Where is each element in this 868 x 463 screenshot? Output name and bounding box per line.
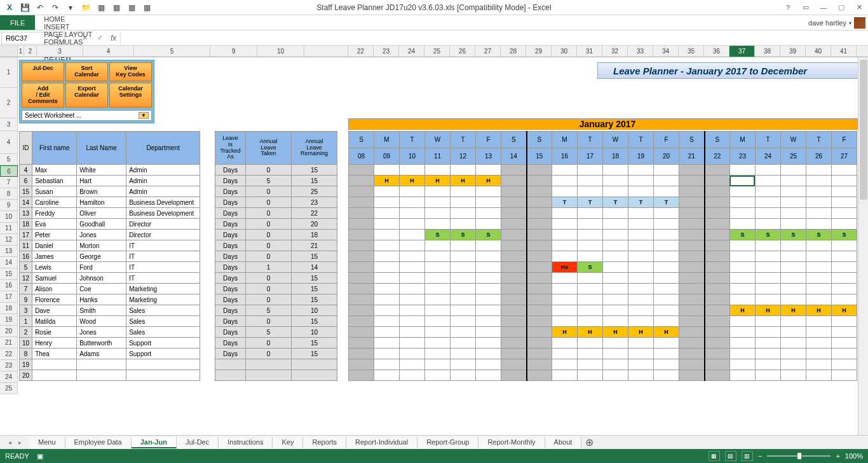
cell[interactable]: Admin	[126, 186, 200, 197]
cal-cell[interactable]	[476, 262, 501, 273]
cal-cell[interactable]	[425, 262, 451, 273]
qat-open-icon[interactable]: 📁	[79, 1, 93, 14]
fx-icon[interactable]: fx	[111, 34, 116, 43]
cal-cell[interactable]	[806, 251, 832, 262]
cell[interactable]: 0	[246, 230, 292, 240]
cal-cell[interactable]	[400, 294, 425, 305]
cal-cell[interactable]	[349, 165, 374, 176]
cal-cell[interactable]	[400, 197, 425, 208]
cell[interactable]: 2	[20, 327, 32, 338]
cal-cell[interactable]	[374, 284, 400, 294]
cal-cell[interactable]	[654, 230, 679, 240]
cal-cell[interactable]	[374, 370, 400, 381]
qat-icon[interactable]: ▾	[64, 1, 78, 14]
cal-cell[interactable]	[552, 349, 578, 359]
redo-icon[interactable]: ↷	[48, 1, 62, 14]
cell[interactable]: 15	[292, 251, 337, 262]
cal-cell[interactable]	[705, 208, 730, 219]
cell[interactable]: Sales	[126, 327, 200, 338]
cal-cell[interactable]	[451, 284, 476, 294]
cal-cell[interactable]	[603, 338, 628, 349]
cal-cell[interactable]	[552, 359, 578, 370]
cell[interactable]: 0	[246, 273, 292, 284]
cal-cell[interactable]	[552, 219, 578, 230]
cal-cell[interactable]	[527, 176, 552, 186]
cal-cell[interactable]	[501, 349, 527, 359]
cal-cell[interactable]	[781, 338, 806, 349]
cal-cell[interactable]	[628, 370, 654, 381]
cal-cell[interactable]	[425, 208, 451, 219]
cal-cell[interactable]	[552, 284, 578, 294]
cal-cell[interactable]	[679, 176, 705, 186]
row-header[interactable]: 22	[0, 349, 18, 360]
cell[interactable]	[77, 359, 126, 370]
cal-cell[interactable]	[832, 284, 857, 294]
cell[interactable]: Goodhall	[77, 219, 126, 230]
cal-cell[interactable]	[374, 338, 400, 349]
table-row[interactable]: 16JamesGeorgeIT	[20, 251, 200, 262]
cal-cell[interactable]	[476, 305, 501, 316]
cal-cell[interactable]	[501, 230, 527, 240]
cal-cell[interactable]	[806, 262, 832, 273]
cal-cell[interactable]	[832, 165, 857, 176]
cal-cell[interactable]	[628, 316, 654, 327]
cal-cell[interactable]	[349, 316, 374, 327]
col-header[interactable]: 38	[755, 46, 780, 57]
cal-cell[interactable]	[400, 284, 425, 294]
cal-cell[interactable]	[679, 359, 705, 370]
cal-cell[interactable]	[578, 240, 603, 251]
cal-cell[interactable]	[603, 262, 628, 273]
row-header[interactable]: 6	[0, 165, 18, 177]
minimize-icon[interactable]: —	[816, 1, 831, 14]
cal-cell[interactable]	[603, 219, 628, 230]
cal-cell[interactable]	[349, 338, 374, 349]
cell[interactable]: 13	[20, 208, 32, 219]
cal-cell[interactable]	[400, 230, 425, 240]
cal-cell[interactable]	[552, 165, 578, 176]
cell[interactable]: 10	[292, 305, 337, 316]
cal-cell[interactable]	[781, 327, 806, 338]
cell[interactable]: 0	[246, 251, 292, 262]
cal-cell[interactable]	[527, 197, 552, 208]
cal-cell[interactable]	[451, 197, 476, 208]
cal-cell[interactable]	[806, 316, 832, 327]
cal-cell[interactable]	[679, 338, 705, 349]
vertical-scrollbar[interactable]	[858, 57, 868, 435]
cal-cell[interactable]	[400, 338, 425, 349]
cal-cell[interactable]	[552, 273, 578, 284]
cal-cell[interactable]	[451, 338, 476, 349]
cal-cell[interactable]	[349, 327, 374, 338]
cell[interactable]: Brown	[77, 186, 126, 197]
cal-cell[interactable]	[374, 349, 400, 359]
cell[interactable]: Sebastian	[32, 176, 77, 186]
cal-cell[interactable]	[603, 251, 628, 262]
cal-cell[interactable]: H	[628, 327, 654, 338]
table-row[interactable]: Days515	[215, 176, 337, 186]
table-row[interactable]: Days015	[215, 316, 337, 327]
cal-cell[interactable]: H	[476, 176, 501, 186]
cal-cell[interactable]	[628, 165, 654, 176]
add-sheet-icon[interactable]: ⊕	[581, 436, 597, 448]
cal-cell[interactable]	[425, 165, 451, 176]
col-header[interactable]: 30	[552, 46, 577, 57]
cell[interactable]: Coe	[77, 284, 126, 294]
cal-cell[interactable]	[400, 219, 425, 230]
cell[interactable]: IT	[126, 240, 200, 251]
cal-cell[interactable]	[527, 273, 552, 284]
cal-cell[interactable]	[349, 197, 374, 208]
cal-cell[interactable]: H	[781, 305, 806, 316]
ribbon-tab-home[interactable]: HOME	[35, 15, 101, 23]
cal-cell[interactable]	[552, 240, 578, 251]
cell[interactable]: IT	[126, 262, 200, 273]
cal-cell[interactable]	[349, 349, 374, 359]
cal-cell[interactable]	[679, 262, 705, 273]
cal-cell[interactable]	[451, 359, 476, 370]
cal-cell[interactable]	[832, 262, 857, 273]
cell[interactable]: 21	[292, 240, 337, 251]
cal-cell[interactable]	[832, 370, 857, 381]
cal-cell[interactable]	[832, 316, 857, 327]
cell[interactable]: Days	[215, 208, 246, 219]
cal-cell[interactable]	[349, 370, 374, 381]
cal-cell[interactable]	[705, 349, 730, 359]
cell[interactable]: 14	[20, 197, 32, 208]
